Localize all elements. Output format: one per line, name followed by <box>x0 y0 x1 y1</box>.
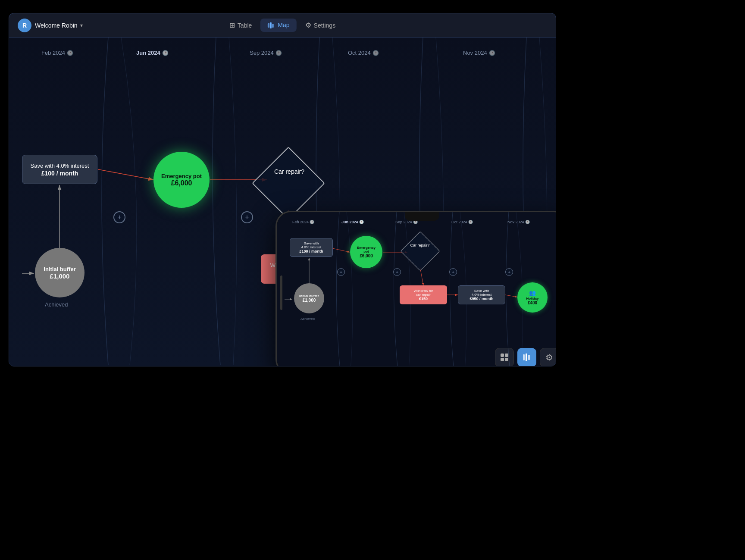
phone-holiday-node[interactable]: 👥 Holiday £400 <box>517 282 548 313</box>
nav-tabs: ⊞ Table Map ⚙ Settings <box>222 19 342 32</box>
p-savings-amount: £100 / month <box>299 249 323 253</box>
header: R Welcome Robin ▾ ⊞ Table Map <box>9 13 556 38</box>
p-savings-line2: 4.0% interest <box>301 245 322 249</box>
svg-rect-1 <box>270 22 272 28</box>
p-emergency-amount: £6,000 <box>360 253 373 258</box>
timeline-feb2024: Feb 2024 🕐 <box>41 50 73 56</box>
tab-settings[interactable]: ⚙ Settings <box>298 19 343 32</box>
phone-add-btn-4[interactable]: + <box>505 268 513 276</box>
phone-initial-node[interactable]: Initial buffer £1,000 <box>294 283 324 313</box>
clock-icon-nov: 🕐 <box>489 50 495 56</box>
car-repair-label: Car repair? <box>266 168 313 175</box>
svg-rect-25 <box>523 354 525 360</box>
p-initial-label: Initial buffer <box>299 294 319 298</box>
emergency-pot-node[interactable]: Emergency pot £6,000 <box>153 152 210 208</box>
phone-add-btn-1[interactable]: + <box>337 268 345 276</box>
phone-withdraw-node[interactable]: Withdraw for car repair £150 <box>400 285 447 304</box>
user-menu[interactable]: R Welcome Robin ▾ <box>18 19 83 32</box>
settings-icon: ⚙ <box>305 21 311 29</box>
phone-mockup: Feb 2024 🕐 Jun 2024 🕑 Sep 2024 🕐 Oct 202… <box>275 211 556 366</box>
svg-rect-22 <box>505 354 508 357</box>
add-node-btn-1[interactable]: + <box>113 211 125 223</box>
phone-nav-table[interactable] <box>495 348 514 366</box>
p-withdraw-amount: £150 <box>419 297 428 301</box>
timeline-nov2024: Nov 2024 🕐 <box>463 50 495 56</box>
phone-timeline-feb: Feb 2024 🕐 <box>292 220 314 224</box>
svg-rect-24 <box>505 358 508 361</box>
phone-clock-icon: 🕐 <box>310 220 314 224</box>
p-emergency-line1: Emergency <box>357 246 376 250</box>
phone-timeline-nov: Nov 2024 🕐 <box>507 220 530 224</box>
svg-rect-27 <box>528 355 530 360</box>
clock-icon-sep: 🕐 <box>275 50 282 56</box>
tab-map[interactable]: Map <box>260 19 296 32</box>
phone-group-icon: 👥 <box>529 290 536 296</box>
table-icon: ⊞ <box>229 21 235 29</box>
phone-add-btn-3[interactable]: + <box>449 268 457 276</box>
phone-add-btn-2[interactable]: + <box>393 268 401 276</box>
svg-rect-2 <box>272 24 274 28</box>
tab-table-label: Table <box>238 22 252 29</box>
p-initial-amount: £1,000 <box>303 298 316 303</box>
phone-scrollbar[interactable] <box>280 275 282 310</box>
tab-map-label: Map <box>278 22 289 28</box>
initial-buffer-node[interactable]: Initial buffer £1,000 <box>35 248 85 297</box>
phone-clock-icon-jun: 🕑 <box>359 220 364 224</box>
achieved-label: Achieved <box>45 301 68 308</box>
initial-label: Initial buffer <box>44 266 75 272</box>
p-savings-line1: Save with <box>304 241 319 245</box>
phone-car-repair-diamond[interactable] <box>401 232 440 271</box>
phone-savings-node[interactable]: Save with 4.0% interest £100 / month <box>290 238 333 257</box>
phone-nav-settings[interactable]: ⚙ <box>540 348 556 366</box>
avatar: R <box>18 19 31 32</box>
savings-box-label: Save with 4.0% interest <box>31 163 89 169</box>
phone-clock-icon-nov: 🕐 <box>525 220 530 224</box>
tab-table[interactable]: ⊞ Table <box>222 19 259 32</box>
p-savings2-amount: £950 / month <box>470 297 493 301</box>
user-name: Welcome Robin <box>35 22 78 29</box>
p-emergency-line2: pot <box>363 250 369 253</box>
p-savings2-line2: 4.0% interest <box>472 293 492 297</box>
phone-car-repair-label: Car repair? <box>407 243 433 247</box>
phone-notch <box>405 212 439 221</box>
clock-icon-oct: 🕐 <box>372 50 379 56</box>
map-icon <box>267 21 275 29</box>
clock-icon: 🕐 <box>67 50 73 56</box>
map-canvas: Feb 2024 🕐 Jun 2024 🕑 Sep 2024 🕐 Oct 202… <box>9 38 556 366</box>
svg-line-17 <box>505 295 517 297</box>
svg-rect-21 <box>501 354 504 357</box>
clock-icon-jun: 🕑 <box>162 50 169 56</box>
car-repair-diamond[interactable] <box>252 147 325 220</box>
phone-emergency-node[interactable]: Emergency pot £6,000 <box>350 236 382 268</box>
timeline-sep2024: Sep 2024 🕐 <box>250 50 282 56</box>
p-holiday-amount: £400 <box>528 300 537 305</box>
svg-rect-0 <box>268 23 269 28</box>
phone-clock-icon-oct: 🕐 <box>468 220 473 224</box>
phone-achieved-label: Achieved <box>301 317 315 321</box>
initial-amount: £1,000 <box>50 272 70 280</box>
timeline-oct2024: Oct 2024 🕐 <box>348 50 379 56</box>
app-window: R Welcome Robin ▾ ⊞ Table Map <box>9 13 556 366</box>
phone-savings2-node[interactable]: Save with 4.0% interest £950 / month <box>458 285 505 304</box>
p-holiday-label: Holiday <box>526 297 539 300</box>
phone-timeline-jun: Jun 2024 🕑 <box>341 220 364 224</box>
p-savings2-line1: Save with <box>474 289 489 293</box>
timeline-jun2024: Jun 2024 🕑 <box>136 50 169 56</box>
p-withdraw-line1: Withdraw for <box>414 289 433 293</box>
chevron-down-icon: ▾ <box>80 22 83 28</box>
svg-rect-23 <box>501 358 504 361</box>
add-node-btn-2[interactable]: + <box>241 211 253 223</box>
tab-settings-label: Settings <box>314 22 336 29</box>
svg-line-4 <box>98 169 153 180</box>
savings-box-amount: £100 / month <box>41 170 78 177</box>
emergency-label: Emergency pot <box>161 173 202 179</box>
phone-timeline-oct: Oct 2024 🕐 <box>451 220 473 224</box>
phone-nav-map[interactable] <box>517 348 536 366</box>
phone-bottom-nav: ⚙ <box>495 348 556 366</box>
svg-rect-26 <box>526 354 527 361</box>
p-withdraw-line2: car repair <box>416 293 431 297</box>
phone-screen: Feb 2024 🕐 Jun 2024 🕑 Sep 2024 🕐 Oct 202… <box>277 212 556 366</box>
emergency-amount: £6,000 <box>171 179 192 187</box>
savings-box-node[interactable]: Save with 4.0% interest £100 / month <box>22 155 97 184</box>
